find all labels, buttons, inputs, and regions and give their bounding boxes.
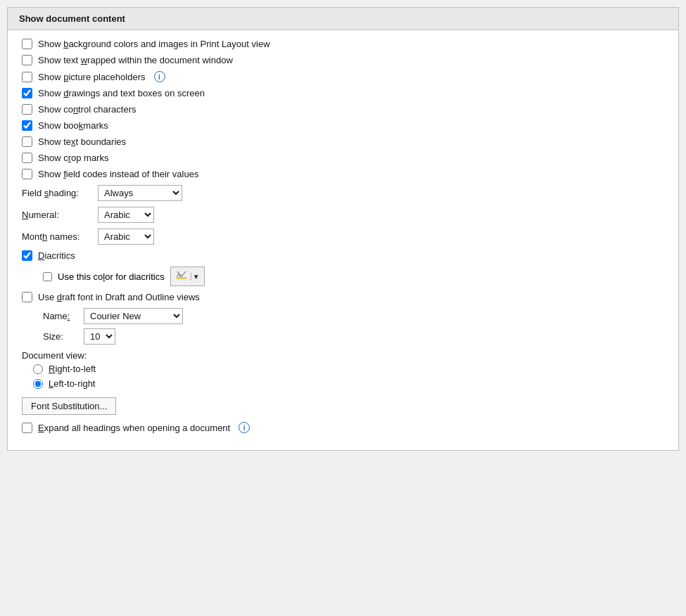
month-names-row: Month names: Arabic Hindi Context xyxy=(22,229,664,245)
label-background-colors[interactable]: Show background colors and images in Pri… xyxy=(38,39,270,49)
draft-font-settings: Name: Courier New Arial Times New Roman … xyxy=(43,308,664,345)
show-document-content-panel: Show document content Show background co… xyxy=(7,7,679,451)
cb-text-boundaries[interactable] xyxy=(22,136,32,147)
diacritics-section: Diacritics Use this color for diacritics… xyxy=(22,250,664,286)
panel-body: Show background colors and images in Pri… xyxy=(8,30,678,450)
numeral-row: Numeral: Arabic Hindi Context xyxy=(22,207,664,223)
label-diacritics[interactable]: Diacritics xyxy=(38,250,75,261)
draft-name-row: Name: Courier New Arial Times New Roman xyxy=(43,308,664,324)
checkbox-row-drawings: Show drawings and text boxes on screen xyxy=(22,88,664,98)
label-text-boundaries[interactable]: Show text boundaries xyxy=(38,136,126,147)
checkbox-row-crop-marks: Show crop marks xyxy=(22,153,664,163)
diacritics-color-row: Use this color for diacritics A ▼ xyxy=(43,267,664,286)
month-names-label: Month names: xyxy=(22,231,92,242)
label-draft-font[interactable]: Use draft font in Draft and Outline view… xyxy=(38,292,200,302)
label-field-codes[interactable]: Show field codes instead of their values xyxy=(38,169,198,179)
field-shading-label: Field shading: xyxy=(22,188,92,198)
draft-font-section: Use draft font in Draft and Outline view… xyxy=(22,292,664,345)
cb-diacritics[interactable] xyxy=(22,250,32,261)
label-control-characters[interactable]: Show control characters xyxy=(38,104,136,115)
label-bookmarks[interactable]: Show bookmarks xyxy=(38,120,108,131)
checkbox-row-picture-placeholders: Show picture placeholders i xyxy=(22,71,664,82)
radio-rtl[interactable] xyxy=(33,364,43,374)
checkbox-row-draft-font: Use draft font in Draft and Outline view… xyxy=(22,292,664,302)
info-icon-picture-placeholders: i xyxy=(154,71,165,82)
label-ltr[interactable]: Left-to-right xyxy=(49,378,95,389)
cb-bookmarks[interactable] xyxy=(22,120,32,131)
draft-size-row: Size: 10 8 12 14 xyxy=(43,328,664,345)
cb-crop-marks[interactable] xyxy=(22,153,32,163)
checkbox-row-text-boundaries: Show text boundaries xyxy=(22,136,664,147)
document-view-label: Document view: xyxy=(22,350,664,361)
field-shading-row: Field shading: Always Never When selecte… xyxy=(22,185,664,201)
cb-control-characters[interactable] xyxy=(22,104,32,115)
radio-row-rtl: Right-to-left xyxy=(33,364,664,374)
radio-ltr[interactable] xyxy=(33,379,43,389)
cb-text-wrapped[interactable] xyxy=(22,55,32,65)
cb-background-colors[interactable] xyxy=(22,39,32,49)
cb-drawings-text-boxes[interactable] xyxy=(22,88,32,98)
field-shading-select[interactable]: Always Never When selected xyxy=(98,185,182,201)
cb-diacritics-color[interactable] xyxy=(43,272,52,281)
cb-picture-placeholders[interactable] xyxy=(22,72,32,82)
checkbox-row-expand-headings: Expand all headings when opening a docum… xyxy=(22,422,664,433)
draft-name-select[interactable]: Courier New Arial Times New Roman xyxy=(84,308,183,324)
cb-field-codes[interactable] xyxy=(22,169,32,179)
panel-header: Show document content xyxy=(8,8,678,30)
label-text-wrapped[interactable]: Show text wrapped within the document wi… xyxy=(38,55,233,65)
color-picker-button[interactable]: A ▼ xyxy=(170,267,205,286)
checkbox-row-text-wrapped: Show text wrapped within the document wi… xyxy=(22,55,664,65)
checkbox-row-control-chars: Show control characters xyxy=(22,104,664,115)
label-drawings-text-boxes[interactable]: Show drawings and text boxes on screen xyxy=(38,88,205,98)
info-icon-expand-headings: i xyxy=(239,422,250,433)
radio-row-ltr: Left-to-right xyxy=(33,378,664,389)
checkbox-row-diacritics: Diacritics xyxy=(22,250,664,261)
document-view-section: Document view: Right-to-left Left-to-rig… xyxy=(22,350,664,389)
numeral-label: Numeral: xyxy=(22,210,92,220)
draft-size-select[interactable]: 10 8 12 14 xyxy=(84,328,115,345)
draft-size-label: Size: xyxy=(43,331,78,342)
label-crop-marks[interactable]: Show crop marks xyxy=(38,153,108,163)
color-dropdown-arrow: ▼ xyxy=(191,273,201,281)
numeral-select[interactable]: Arabic Hindi Context xyxy=(98,207,154,223)
draft-name-label: Name: xyxy=(43,311,78,321)
label-picture-placeholders[interactable]: Show picture placeholders xyxy=(38,72,146,82)
label-rtl[interactable]: Right-to-left xyxy=(49,364,96,374)
label-diacritics-color[interactable]: Use this color for diacritics xyxy=(58,271,165,282)
label-expand-headings[interactable]: Expand all headings when opening a docum… xyxy=(38,423,230,433)
checkbox-row-bg-colors: Show background colors and images in Pri… xyxy=(22,39,664,49)
month-names-select[interactable]: Arabic Hindi Context xyxy=(98,229,154,245)
font-substitution-button[interactable]: Font Substitution... xyxy=(22,397,116,415)
color-icon: A xyxy=(174,269,189,284)
cb-draft-font[interactable] xyxy=(22,292,32,302)
checkbox-row-bookmarks: Show bookmarks xyxy=(22,120,664,131)
cb-expand-headings[interactable] xyxy=(22,423,32,433)
checkbox-row-field-codes: Show field codes instead of their values xyxy=(22,169,664,179)
